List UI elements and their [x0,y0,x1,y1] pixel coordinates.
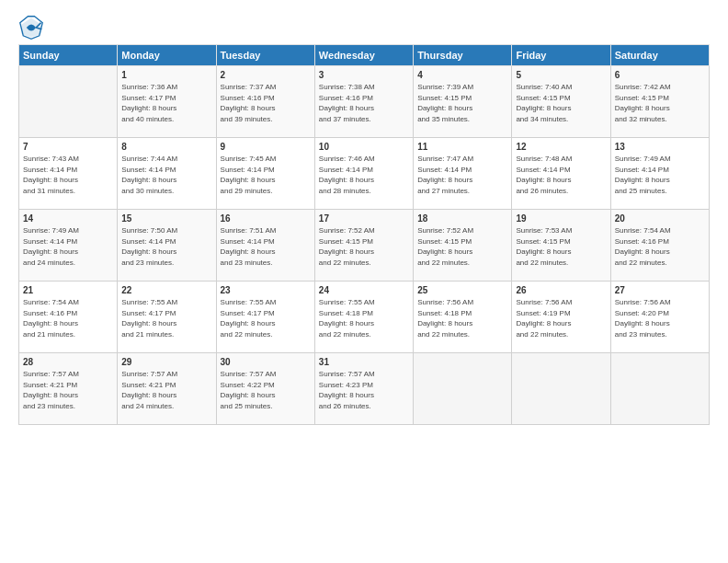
week-row-3: 14Sunrise: 7:49 AM Sunset: 4:14 PM Dayli… [19,210,710,282]
day-number: 10 [319,142,409,152]
day-info: Sunrise: 7:53 AM Sunset: 4:15 PM Dayligh… [516,225,606,268]
page: SundayMondayTuesdayWednesdayThursdayFrid… [0,0,728,563]
day-number: 7 [23,142,113,152]
day-cell [512,353,610,425]
day-number: 19 [516,213,606,224]
day-number: 23 [221,285,311,295]
day-info: Sunrise: 7:47 AM Sunset: 4:14 PM Dayligh… [417,154,507,196]
day-info: Sunrise: 7:42 AM Sunset: 4:15 PM Dayligh… [615,82,705,124]
day-number: 15 [121,213,211,224]
day-cell: 25Sunrise: 7:56 AM Sunset: 4:18 PM Dayli… [414,282,512,353]
day-cell: 13Sunrise: 7:49 AM Sunset: 4:14 PM Dayli… [610,138,709,210]
day-info: Sunrise: 7:40 AM Sunset: 4:15 PM Dayligh… [516,82,606,124]
day-cell: 3Sunrise: 7:38 AM Sunset: 4:16 PM Daylig… [314,66,413,138]
col-header-saturday: Saturday [610,45,709,66]
day-cell: 17Sunrise: 7:52 AM Sunset: 4:15 PM Dayli… [314,210,413,282]
day-info: Sunrise: 7:50 AM Sunset: 4:14 PM Dayligh… [121,225,211,268]
day-info: Sunrise: 7:55 AM Sunset: 4:18 PM Dayligh… [319,297,409,339]
day-info: Sunrise: 7:48 AM Sunset: 4:14 PM Dayligh… [516,154,606,196]
day-number: 12 [516,142,606,152]
day-info: Sunrise: 7:52 AM Sunset: 4:15 PM Dayligh… [319,225,409,268]
day-cell: 30Sunrise: 7:57 AM Sunset: 4:22 PM Dayli… [216,353,314,425]
day-number: 5 [516,70,606,80]
day-cell: 22Sunrise: 7:55 AM Sunset: 4:17 PM Dayli… [118,282,216,353]
day-info: Sunrise: 7:36 AM Sunset: 4:17 PM Dayligh… [121,82,211,124]
day-number: 25 [417,285,507,295]
day-number: 29 [121,357,211,367]
day-cell: 29Sunrise: 7:57 AM Sunset: 4:21 PM Dayli… [118,353,216,425]
day-number: 14 [23,213,113,224]
day-number: 13 [615,142,705,152]
day-info: Sunrise: 7:55 AM Sunset: 4:17 PM Dayligh… [121,297,211,339]
col-header-friday: Friday [512,45,610,66]
day-number: 22 [121,285,211,295]
day-number: 28 [23,357,113,367]
day-cell: 8Sunrise: 7:44 AM Sunset: 4:14 PM Daylig… [118,138,216,210]
day-cell: 20Sunrise: 7:54 AM Sunset: 4:16 PM Dayli… [610,210,709,282]
day-cell: 19Sunrise: 7:53 AM Sunset: 4:15 PM Dayli… [512,210,610,282]
week-row-4: 21Sunrise: 7:54 AM Sunset: 4:16 PM Dayli… [19,282,710,353]
day-cell: 5Sunrise: 7:40 AM Sunset: 4:15 PM Daylig… [512,66,610,138]
day-cell [414,353,512,425]
col-header-wednesday: Wednesday [314,45,413,66]
day-cell: 31Sunrise: 7:57 AM Sunset: 4:23 PM Dayli… [314,353,413,425]
day-info: Sunrise: 7:45 AM Sunset: 4:14 PM Dayligh… [221,154,311,196]
day-number: 30 [221,357,311,367]
day-cell [19,66,118,138]
col-header-sunday: Sunday [19,45,118,66]
day-number: 21 [23,285,113,295]
day-cell [610,353,709,425]
col-header-thursday: Thursday [414,45,512,66]
logo [18,15,48,40]
day-cell: 6Sunrise: 7:42 AM Sunset: 4:15 PM Daylig… [610,66,709,138]
day-cell: 21Sunrise: 7:54 AM Sunset: 4:16 PM Dayli… [19,282,118,353]
day-info: Sunrise: 7:56 AM Sunset: 4:20 PM Dayligh… [615,297,705,339]
day-info: Sunrise: 7:52 AM Sunset: 4:15 PM Dayligh… [417,225,507,268]
day-cell: 1Sunrise: 7:36 AM Sunset: 4:17 PM Daylig… [118,66,216,138]
day-info: Sunrise: 7:57 AM Sunset: 4:22 PM Dayligh… [221,369,311,411]
day-number: 2 [221,70,311,80]
day-number: 27 [615,285,705,295]
day-info: Sunrise: 7:56 AM Sunset: 4:18 PM Dayligh… [417,297,507,339]
calendar-table: SundayMondayTuesdayWednesdayThursdayFrid… [18,44,710,425]
day-info: Sunrise: 7:37 AM Sunset: 4:16 PM Dayligh… [221,82,311,124]
day-cell: 27Sunrise: 7:56 AM Sunset: 4:20 PM Dayli… [610,282,709,353]
day-number: 26 [516,285,606,295]
logo-icon [18,15,44,40]
day-info: Sunrise: 7:57 AM Sunset: 4:21 PM Dayligh… [23,369,113,411]
day-info: Sunrise: 7:54 AM Sunset: 4:16 PM Dayligh… [23,297,113,339]
col-header-tuesday: Tuesday [216,45,314,66]
day-info: Sunrise: 7:46 AM Sunset: 4:14 PM Dayligh… [319,154,409,196]
header-row: SundayMondayTuesdayWednesdayThursdayFrid… [19,45,710,66]
day-info: Sunrise: 7:57 AM Sunset: 4:21 PM Dayligh… [121,369,211,411]
day-info: Sunrise: 7:55 AM Sunset: 4:17 PM Dayligh… [221,297,311,339]
day-cell: 11Sunrise: 7:47 AM Sunset: 4:14 PM Dayli… [414,138,512,210]
day-cell: 26Sunrise: 7:56 AM Sunset: 4:19 PM Dayli… [512,282,610,353]
day-info: Sunrise: 7:49 AM Sunset: 4:14 PM Dayligh… [615,154,705,196]
day-number: 20 [615,213,705,224]
day-number: 4 [417,70,507,80]
day-cell: 23Sunrise: 7:55 AM Sunset: 4:17 PM Dayli… [216,282,314,353]
day-cell: 15Sunrise: 7:50 AM Sunset: 4:14 PM Dayli… [118,210,216,282]
day-number: 18 [417,213,507,224]
day-cell: 28Sunrise: 7:57 AM Sunset: 4:21 PM Dayli… [19,353,118,425]
day-cell: 7Sunrise: 7:43 AM Sunset: 4:14 PM Daylig… [19,138,118,210]
day-info: Sunrise: 7:54 AM Sunset: 4:16 PM Dayligh… [615,225,705,268]
day-cell: 24Sunrise: 7:55 AM Sunset: 4:18 PM Dayli… [314,282,413,353]
day-info: Sunrise: 7:57 AM Sunset: 4:23 PM Dayligh… [319,369,409,411]
day-cell: 9Sunrise: 7:45 AM Sunset: 4:14 PM Daylig… [216,138,314,210]
day-number: 8 [121,142,211,152]
day-info: Sunrise: 7:38 AM Sunset: 4:16 PM Dayligh… [319,82,409,124]
day-info: Sunrise: 7:43 AM Sunset: 4:14 PM Dayligh… [23,154,113,196]
day-info: Sunrise: 7:39 AM Sunset: 4:15 PM Dayligh… [417,82,507,124]
day-number: 31 [319,357,409,367]
week-row-1: 1Sunrise: 7:36 AM Sunset: 4:17 PM Daylig… [19,66,710,138]
day-number: 1 [121,70,211,80]
day-number: 6 [615,70,705,80]
day-cell: 4Sunrise: 7:39 AM Sunset: 4:15 PM Daylig… [414,66,512,138]
day-cell: 2Sunrise: 7:37 AM Sunset: 4:16 PM Daylig… [216,66,314,138]
day-number: 17 [319,213,409,224]
day-number: 16 [221,213,311,224]
day-info: Sunrise: 7:51 AM Sunset: 4:14 PM Dayligh… [221,225,311,268]
week-row-5: 28Sunrise: 7:57 AM Sunset: 4:21 PM Dayli… [19,353,710,425]
